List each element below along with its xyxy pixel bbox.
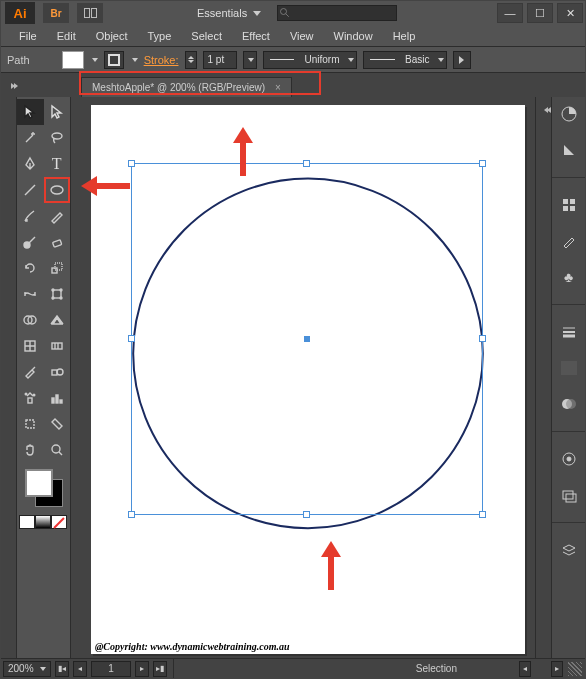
pencil-tool[interactable] [44,203,71,229]
type-tool[interactable]: T [44,151,71,177]
free-transform-tool[interactable] [44,281,71,307]
column-graph-tool[interactable] [44,385,71,411]
resize-grip-icon[interactable] [568,662,582,676]
brushes-panel-icon[interactable] [558,230,580,252]
artboard-nav-first[interactable]: ▮◂ [55,661,69,677]
zoom-tool[interactable] [44,437,71,463]
stroke-panel-icon[interactable] [558,321,580,343]
selection-handle[interactable] [303,511,310,518]
canvas[interactable]: @Copyright: www.dynamicwebtraining.com.a… [71,97,535,658]
stroke-weight-field[interactable]: 1 pt [203,51,237,69]
pen-tool[interactable] [17,151,44,177]
color-guide-icon[interactable] [558,139,580,161]
document-tab[interactable]: MeshtoApple* @ 200% (RGB/Preview) × [81,77,292,97]
shape-builder-tool[interactable] [17,307,44,333]
eraser-tool[interactable] [44,229,71,255]
blob-brush-tool[interactable] [17,229,44,255]
paintbrush-tool[interactable] [17,203,44,229]
layers-panel-icon[interactable] [558,539,580,561]
bridge-button-icon[interactable]: Br [43,3,69,23]
control-bar-more[interactable] [453,51,471,69]
eyedropper-tool[interactable] [17,359,44,385]
selection-handle[interactable] [303,160,310,167]
mesh-tool[interactable] [17,333,44,359]
svg-rect-25 [52,398,54,403]
color-mode-gradient[interactable] [35,515,51,529]
menu-window[interactable]: Window [324,30,383,42]
artboard-nav-field[interactable]: 1 [91,661,131,677]
selection-tool[interactable] [17,99,44,125]
swatches-panel-icon[interactable] [558,194,580,216]
menu-object[interactable]: Object [86,30,138,42]
slice-tool[interactable] [44,411,71,437]
fill-swatch[interactable] [62,51,84,69]
ellipse-tool[interactable] [44,177,71,203]
menu-select[interactable]: Select [181,30,232,42]
stroke-label[interactable]: Stroke: [144,54,179,66]
color-mode-solid[interactable] [19,515,35,529]
selection-handle[interactable] [128,335,135,342]
transparency-panel-icon[interactable] [558,393,580,415]
stroke-weight-dropdown[interactable] [243,51,257,69]
fill-indicator[interactable] [25,469,53,497]
perspective-grid-tool[interactable] [44,307,71,333]
menubar: File Edit Object Type Select Effect View… [1,25,585,47]
search-input[interactable] [277,5,397,21]
menu-effect[interactable]: Effect [232,30,280,42]
svg-point-43 [566,399,576,409]
lasso-tool[interactable] [44,125,71,151]
artboard[interactable]: @Copyright: www.dynamicwebtraining.com.a… [91,105,525,654]
symbol-sprayer-tool[interactable] [17,385,44,411]
selection-handle[interactable] [128,511,135,518]
blend-tool[interactable] [44,359,71,385]
gradient-tool[interactable] [44,333,71,359]
menu-view[interactable]: View [280,30,324,42]
variable-width-profile[interactable]: Uniform [263,51,357,69]
artboard-nav-last[interactable]: ▸▮ [153,661,167,677]
rotate-tool[interactable] [17,255,44,281]
workspace-switcher[interactable]: Essentials [197,7,261,19]
selection-bounding-box[interactable] [131,163,483,515]
artboard-nav-next[interactable]: ▸ [135,661,149,677]
menu-file[interactable]: File [9,30,47,42]
brush-definition[interactable]: Basic [363,51,447,69]
graphic-styles-panel-icon[interactable] [558,484,580,506]
window-close-button[interactable]: ✕ [557,3,583,23]
menu-help[interactable]: Help [383,30,426,42]
line-segment-tool[interactable] [17,177,44,203]
artboard-nav-prev[interactable]: ◂ [73,661,87,677]
gradient-panel-icon[interactable] [558,357,580,379]
menu-edit[interactable]: Edit [47,30,86,42]
scrollbar-right-icon[interactable]: ▸ [551,661,563,677]
menu-type[interactable]: Type [138,30,182,42]
artboard-tool[interactable] [17,411,44,437]
stroke-swatch[interactable] [104,51,124,69]
stroke-dropdown-icon[interactable] [132,58,138,62]
color-mode-none[interactable] [51,515,67,529]
appearance-panel-icon[interactable] [558,448,580,470]
arrange-documents-icon[interactable] [77,3,103,23]
zoom-level-field[interactable]: 200% [3,661,51,677]
window-maximize-button[interactable]: ☐ [527,3,553,23]
selection-handle[interactable] [479,160,486,167]
hand-tool[interactable] [17,437,44,463]
svg-rect-28 [26,420,34,428]
scale-tool[interactable] [44,255,71,281]
fill-dropdown-icon[interactable] [92,58,98,62]
selection-handle[interactable] [479,335,486,342]
selection-handle[interactable] [479,511,486,518]
stroke-weight-stepper[interactable] [185,51,197,69]
direct-selection-tool[interactable] [44,99,71,125]
close-tab-icon[interactable]: × [275,82,281,93]
window-minimize-button[interactable]: — [497,3,523,23]
selection-handle[interactable] [128,160,135,167]
color-panel-icon[interactable] [558,103,580,125]
fill-stroke-indicator[interactable] [17,467,71,513]
svg-point-45 [567,457,571,461]
selection-center-icon [304,336,310,342]
width-tool[interactable] [17,281,44,307]
scrollbar-left-icon[interactable]: ◂ [519,661,531,677]
panel-collapse-icon[interactable] [7,76,21,96]
magic-wand-tool[interactable] [17,125,44,151]
symbols-panel-icon[interactable]: ♣ [558,266,580,288]
